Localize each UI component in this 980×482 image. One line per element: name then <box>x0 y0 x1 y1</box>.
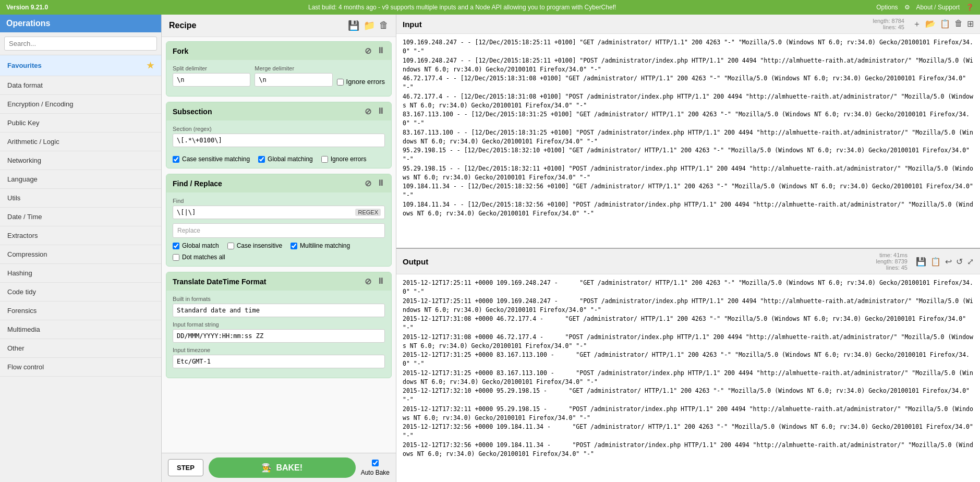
output-maximise-icon[interactable]: ⤢ <box>967 257 974 267</box>
output-undo-icon[interactable]: ↺ <box>956 257 963 267</box>
sidebar-item-label: Encryption / Encoding <box>7 100 73 108</box>
sidebar-item-label: Flow control <box>7 363 44 371</box>
input-format-input[interactable] <box>173 329 385 343</box>
fork-pause-icon[interactable]: ⏸ <box>377 46 385 56</box>
subsection-ignore-errors-checkbox[interactable] <box>321 156 328 163</box>
output-save-icon[interactable]: 💾 <box>916 257 926 267</box>
sidebar-item-language[interactable]: Language <box>0 170 161 189</box>
sidebar-item-compression[interactable]: Compression <box>0 245 161 264</box>
find-replace-card-body: Find REGEX Replace Global match <box>166 192 391 266</box>
subsection-case-sensitive-item[interactable]: Case sensitive matching <box>173 155 250 163</box>
translate-disable-icon[interactable]: ⊘ <box>365 276 371 286</box>
sidebar-item-other[interactable]: Other <box>0 339 161 358</box>
subsection-global-item[interactable]: Global matching <box>258 155 313 163</box>
sidebar-item-data-format[interactable]: Data format <box>0 76 161 95</box>
fork-split-input[interactable] <box>173 73 250 87</box>
recipe-panel: Recipe 💾 📁 🗑 Fork ⊘ ⏸ <box>162 15 396 482</box>
sidebar: Operations Favourites ★ Data format Encr… <box>0 15 162 482</box>
search-input[interactable] <box>4 37 157 51</box>
sidebar-item-multimedia[interactable]: Multimedia <box>0 320 161 339</box>
sidebar-item-hashing[interactable]: Hashing <box>0 264 161 283</box>
output-copy-icon[interactable]: 📋 <box>930 257 941 267</box>
input-timezone-input[interactable] <box>173 355 385 368</box>
multiline-checkbox[interactable] <box>291 243 297 249</box>
subsection-card-controls: ⊘ ⏸ <box>365 106 385 116</box>
star-icon: ★ <box>147 61 154 70</box>
find-replace-title: Find / Replace <box>173 179 222 188</box>
global-match-checkbox[interactable] <box>173 243 179 249</box>
sidebar-item-arithmetic-logic[interactable]: Arithmetic / Logic <box>0 132 161 151</box>
load-recipe-icon[interactable]: 📁 <box>364 20 375 31</box>
regex-tag[interactable]: REGEX <box>355 209 381 216</box>
global-match-item[interactable]: Global match <box>173 242 219 249</box>
case-insensitive-item[interactable]: Case insensitive <box>227 242 282 249</box>
input-panel: Input length: 8784 lines: 45 ＋ 📂 📋 🗑 ⊞ <box>396 15 980 249</box>
sidebar-item-extractors[interactable]: Extractors <box>0 226 161 245</box>
built-in-formats-group: Built in formats <box>173 296 385 317</box>
step-button[interactable]: STEP <box>168 459 203 476</box>
input-add-icon[interactable]: ＋ <box>913 19 921 30</box>
replace-placeholder[interactable]: Replace <box>173 223 385 238</box>
case-insensitive-checkbox[interactable] <box>227 243 234 249</box>
sidebar-item-forensics[interactable]: Forensics <box>0 302 161 320</box>
input-meta: length: 8784 lines: 45 <box>873 18 904 30</box>
subsection-ignore-errors-item[interactable]: Ignore errors <box>321 155 367 163</box>
sidebar-item-label: Language <box>7 175 38 183</box>
sidebar-item-label: Networking <box>7 156 41 164</box>
dot-matches-checkbox[interactable] <box>173 254 179 261</box>
sidebar-item-networking[interactable]: Networking <box>0 151 161 170</box>
multiline-item[interactable]: Multiline matching <box>291 242 350 249</box>
input-lines: lines: 45 <box>873 24 904 30</box>
built-in-input[interactable] <box>173 304 385 317</box>
find-replace-disable-icon[interactable]: ⊘ <box>365 178 371 188</box>
sidebar-item-utils[interactable]: Utils <box>0 189 161 208</box>
fork-disable-icon[interactable]: ⊘ <box>365 46 371 56</box>
sidebar-item-label: Extractors <box>7 232 38 239</box>
subsection-global-checkbox[interactable] <box>258 156 265 163</box>
bake-button[interactable]: 👨‍🍳 BAKE! <box>209 457 356 478</box>
output-time: time: 41ms <box>876 252 908 258</box>
find-input[interactable] <box>173 206 385 219</box>
clear-recipe-icon[interactable]: 🗑 <box>379 20 389 31</box>
subsection-section-input[interactable] <box>173 134 385 147</box>
auto-bake-checkbox[interactable] <box>372 460 379 466</box>
output-icons: 💾 📋 ↩ ↺ ⤢ <box>916 257 974 267</box>
subsection-disable-icon[interactable]: ⊘ <box>365 106 371 116</box>
options-link[interactable]: Options <box>876 4 898 11</box>
fork-card-controls: ⊘ ⏸ <box>365 46 385 56</box>
dot-matches-row: Dot matches all <box>173 254 385 261</box>
input-content[interactable]: 109.169.248.247 - - [12/Dec/2015:18:25:1… <box>396 34 980 248</box>
about-link[interactable]: About / Support <box>916 4 960 11</box>
sidebar-item-favourites[interactable]: Favourites ★ <box>0 55 161 76</box>
sidebar-item-date-time[interactable]: Date / Time <box>0 208 161 226</box>
input-open-icon[interactable]: 📂 <box>925 19 936 30</box>
subsection-case-sensitive-checkbox[interactable] <box>173 156 179 163</box>
input-clear-icon[interactable]: 🗑 <box>954 19 963 30</box>
translate-pause-icon[interactable]: ⏸ <box>377 276 385 286</box>
input-header-right: length: 8784 lines: 45 ＋ 📂 📋 🗑 ⊞ <box>873 18 974 30</box>
sidebar-item-public-key[interactable]: Public Key <box>0 114 161 132</box>
sidebar-item-encryption-encoding[interactable]: Encryption / Encoding <box>0 95 161 114</box>
sidebar-item-code-tidy[interactable]: Code tidy <box>0 283 161 302</box>
input-length: length: 8784 <box>873 18 904 24</box>
output-length: length: 8739 <box>876 258 908 264</box>
chef-icon: 👨‍🍳 <box>261 463 272 473</box>
fork-ignore-errors-checkbox[interactable] <box>337 79 344 86</box>
output-replace-icon[interactable]: ↩ <box>945 257 952 267</box>
subsection-pause-icon[interactable]: ⏸ <box>377 106 385 116</box>
input-paste-icon[interactable]: 📋 <box>940 19 950 30</box>
save-recipe-icon[interactable]: 💾 <box>348 20 359 31</box>
output-content[interactable]: 2015-12-12T17:25:11 +0000 109.169.248.24… <box>396 274 980 482</box>
io-panel: Input length: 8784 lines: 45 ＋ 📂 📋 🗑 ⊞ <box>396 15 980 482</box>
fork-merge-input[interactable] <box>255 73 332 87</box>
sidebar-item-flow-control[interactable]: Flow control <box>0 358 161 377</box>
dot-matches-item[interactable]: Dot matches all <box>173 254 225 261</box>
fork-title: Fork <box>173 47 188 55</box>
find-replace-card-controls: ⊘ ⏸ <box>365 178 385 188</box>
find-replace-card: Find / Replace ⊘ ⏸ Find REGEX Replace <box>166 174 392 267</box>
subsection-title: Subsection <box>173 107 212 116</box>
input-grid-icon[interactable]: ⊞ <box>967 19 974 30</box>
find-replace-pause-icon[interactable]: ⏸ <box>377 178 385 188</box>
dot-matches-label: Dot matches all <box>182 254 225 261</box>
subsection-global-label: Global matching <box>268 155 313 163</box>
